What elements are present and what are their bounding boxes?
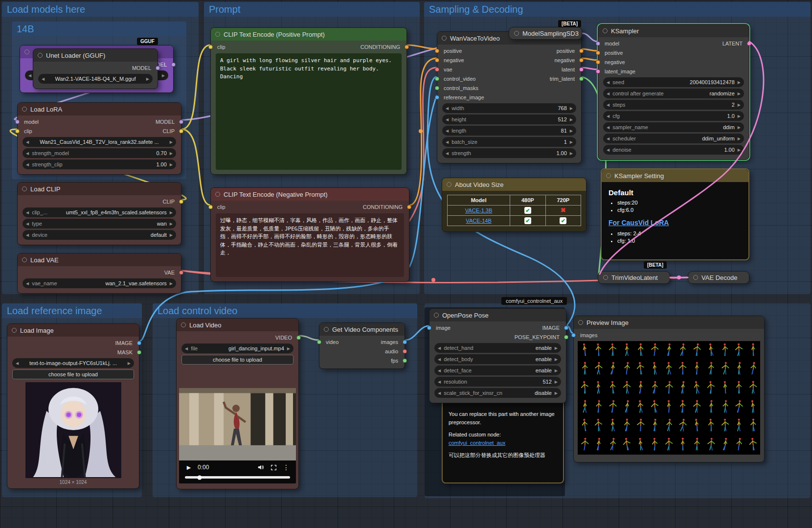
- volume-icon[interactable]: [257, 463, 265, 471]
- output-port-model[interactable]: [179, 119, 183, 124]
- widget-lora-name[interactable]: ◀Wan21_CausVid_14B_T2V_lora_rank32.safet…: [23, 137, 176, 147]
- collapse-dot[interactable]: [693, 275, 698, 280]
- input-port-clip[interactable]: [208, 205, 213, 209]
- node-load-image[interactable]: Load Image IMAGE MASK ◀text-to-image-out…: [7, 323, 139, 489]
- output-port-conditioning[interactable]: [405, 45, 409, 49]
- collapse-dot[interactable]: [12, 328, 17, 333]
- decrement-arrow[interactable]: ◀: [26, 222, 29, 226]
- play-button[interactable]: ▶: [185, 463, 193, 471]
- group-header[interactable]: Sampling & Decoding: [424, 2, 811, 17]
- progress-knob[interactable]: [198, 475, 202, 480]
- decrement-arrow[interactable]: ◀: [26, 233, 29, 237]
- output-port-image[interactable]: [564, 325, 568, 330]
- widget-batch-size[interactable]: ◀batch_size1▶: [442, 137, 576, 147]
- output-port-negative[interactable]: [579, 58, 584, 62]
- node-load-vae[interactable]: Load VAE VAE ◀vae_namewan_2.1_vae.safete…: [17, 253, 181, 294]
- widget-resolution[interactable]: ◀resolution512▶: [434, 377, 561, 387]
- node-load-lora[interactable]: Load LoRA model MODEL clip CLIP ◀Wan21_C…: [17, 102, 181, 175]
- collapse-dot[interactable]: [324, 327, 329, 332]
- input-port-image[interactable]: [427, 325, 431, 330]
- output-port-positive[interactable]: [579, 48, 584, 53]
- input-port-video[interactable]: [317, 340, 321, 344]
- node-header[interactable]: Load LoRA: [18, 103, 181, 115]
- widget-scheduler[interactable]: ◀schedulerddim_uniform▶: [603, 134, 744, 143]
- increment-arrow[interactable]: ▶: [555, 357, 558, 362]
- decrement-arrow[interactable]: ◀: [185, 346, 188, 351]
- widget-denoise[interactable]: ◀denoise1.00▶: [603, 145, 744, 155]
- prompt-textarea[interactable]: 过曝，静态，细节模糊不清，字幕，风格，作品，画作，画面，静止，整体发灰，最差质量…: [216, 213, 404, 277]
- node-header[interactable]: Load Video: [177, 319, 298, 331]
- increment-arrow[interactable]: ▶: [570, 129, 573, 133]
- increment-arrow[interactable]: ▶: [170, 151, 173, 156]
- output-port-clip[interactable]: [179, 129, 183, 133]
- input-port-negative[interactable]: [435, 58, 439, 62]
- input-port-images[interactable]: [571, 333, 576, 337]
- decrement-arrow[interactable]: ◀: [16, 361, 19, 366]
- node-model-sampling-sd3[interactable]: ModelSamplingSD3: [509, 27, 582, 40]
- decrement-arrow[interactable]: ◀: [26, 140, 29, 144]
- node-clip-text-encode-positive[interactable]: CLIP Text Encode (Positive Prompt) clip …: [210, 27, 407, 175]
- increment-arrow[interactable]: ▶: [170, 233, 173, 237]
- widget-detect-body[interactable]: ◀detect_bodyenable▶: [434, 354, 561, 364]
- node-header[interactable]: OpenPose Pose: [429, 309, 566, 321]
- widget-clip-name[interactable]: ◀clip_...umt5_xxl_fp8_e4m3fn_scaled.safe…: [23, 207, 176, 217]
- increment-arrow[interactable]: ▶: [570, 117, 573, 122]
- decrement-arrow[interactable]: ◀: [26, 151, 29, 156]
- node-unet-loader[interactable]: Unet Loader (GGUF) MODEL ◀Wan2.1-VACE-14…: [33, 48, 158, 89]
- output-port-video[interactable]: [296, 335, 301, 340]
- increment-arrow[interactable]: ▶: [555, 368, 558, 373]
- increment-arrow[interactable]: ▶: [570, 151, 573, 156]
- causvid-link[interactable]: For CausVid LoRA: [609, 219, 669, 227]
- increment-arrow[interactable]: ▶: [170, 140, 173, 144]
- collapse-dot[interactable]: [606, 173, 611, 178]
- decrement-arrow[interactable]: ◀: [26, 162, 29, 167]
- increment-arrow[interactable]: ▶: [738, 103, 741, 107]
- widget-scale-stick[interactable]: ◀scale_stick_for_xinsr_cndisable▶: [434, 388, 561, 398]
- output-port-mask[interactable]: [137, 350, 141, 354]
- node-header[interactable]: Load CLIP: [18, 183, 181, 195]
- increment-arrow[interactable]: ▶: [146, 77, 149, 81]
- prompt-textarea[interactable]: A girl with long flowing silver hair and…: [216, 53, 402, 170]
- output-port-latent[interactable]: [579, 67, 584, 71]
- group-title-controlnet-aux[interactable]: comfyui_controlnet_aux: [501, 297, 567, 305]
- decrement-arrow[interactable]: ◀: [438, 368, 441, 373]
- node-ksampler[interactable]: KSampler model LATENT positive negative …: [598, 24, 749, 160]
- output-port-images[interactable]: [403, 340, 407, 344]
- collapse-dot[interactable]: [215, 192, 220, 197]
- increment-arrow[interactable]: ▶: [738, 80, 741, 85]
- increment-arrow[interactable]: ▶: [555, 346, 558, 350]
- decrement-arrow[interactable]: ◀: [438, 391, 441, 395]
- node-header[interactable]: KSampler: [598, 24, 749, 37]
- collapse-dot[interactable]: [22, 107, 27, 112]
- decrement-arrow[interactable]: ◀: [607, 92, 609, 96]
- widget-height[interactable]: ◀height512▶: [442, 115, 576, 124]
- more-options-icon[interactable]: ⋮: [282, 463, 290, 471]
- widget-control-after-generate[interactable]: ◀control after generaterandomize▶: [603, 89, 744, 98]
- output-port-fps[interactable]: [403, 358, 407, 363]
- increment-arrow[interactable]: ▶: [570, 140, 573, 144]
- collapse-dot[interactable]: [434, 313, 439, 318]
- comfyui-canvas[interactable]: Load models here 14B Prompt Sampling & D…: [0, 0, 812, 528]
- increment-arrow[interactable]: ▶: [170, 281, 173, 286]
- group-header[interactable]: Prompt: [204, 2, 420, 17]
- controlnet-aux-link[interactable]: comfyui_controlnet_aux: [449, 440, 505, 446]
- widget-file[interactable]: ◀filegirl_dancing_input.mp4▶: [181, 344, 293, 353]
- node-load-video[interactable]: Load Video VIDEO ◀filegirl_dancing_input…: [176, 318, 299, 489]
- node-header[interactable]: Load VAE: [18, 253, 181, 266]
- node-header[interactable]: KSampler Setting: [602, 169, 748, 182]
- node-header[interactable]: Preview Image: [574, 316, 764, 329]
- widget-length[interactable]: ◀length81▶: [442, 126, 576, 136]
- upload-button[interactable]: choose file to upload: [181, 355, 293, 365]
- decrement-arrow[interactable]: ◀: [607, 137, 609, 141]
- upload-button[interactable]: choose file to upload: [12, 369, 134, 379]
- input-port-clip[interactable]: [15, 129, 20, 133]
- collapse-dot[interactable]: [447, 182, 451, 187]
- decrement-arrow[interactable]: ◀: [28, 73, 31, 78]
- increment-arrow[interactable]: ▶: [287, 346, 290, 351]
- decrement-arrow[interactable]: ◀: [42, 77, 45, 81]
- video-controls[interactable]: ▶ 0:00 ⋮: [179, 460, 296, 474]
- node-header[interactable]: Load Image: [7, 324, 139, 337]
- collapse-dot[interactable]: [442, 36, 447, 41]
- decrement-arrow[interactable]: ◀: [607, 148, 609, 152]
- collapse-dot[interactable]: [22, 186, 27, 191]
